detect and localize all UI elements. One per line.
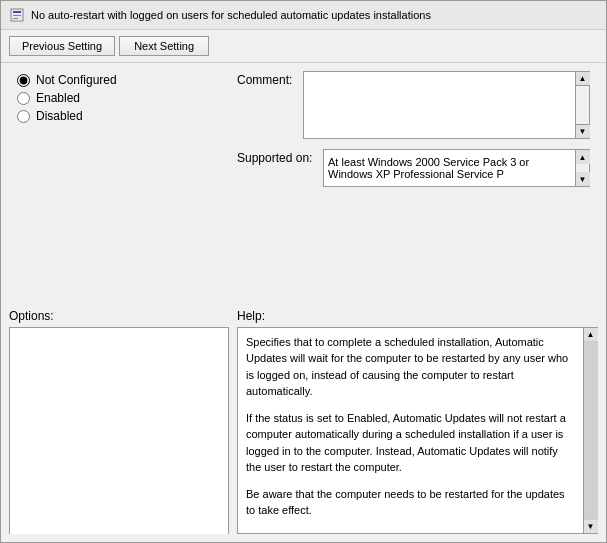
comment-scroll-down[interactable]: ▼ — [576, 124, 590, 138]
help-scrollbar: ▲ ▼ — [584, 327, 598, 535]
left-panel: Not Configured Enabled Disabled — [17, 71, 237, 297]
title-bar: No auto-restart with logged on users for… — [1, 1, 606, 30]
toolbar: Previous Setting Next Setting — [1, 30, 606, 63]
comment-input[interactable] — [303, 71, 576, 139]
radio-enabled[interactable]: Enabled — [17, 91, 237, 105]
bottom-area: Options: Help: Specifies that to complet… — [9, 309, 598, 535]
radio-input-enabled[interactable] — [17, 92, 30, 105]
supported-scroll-down[interactable]: ▼ — [576, 172, 590, 186]
help-text: Specifies that to complete a scheduled i… — [237, 327, 584, 535]
comment-scroll-up[interactable]: ▲ — [576, 72, 590, 86]
radio-label-disabled: Disabled — [36, 109, 83, 123]
radio-disabled[interactable]: Disabled — [17, 109, 237, 123]
main-window: No auto-restart with logged on users for… — [0, 0, 607, 543]
svg-rect-3 — [13, 18, 18, 19]
radio-label-not-configured: Not Configured — [36, 73, 117, 87]
radio-label-enabled: Enabled — [36, 91, 80, 105]
supported-scroll-up[interactable]: ▲ — [576, 150, 590, 164]
radio-group: Not Configured Enabled Disabled — [17, 73, 237, 123]
help-scroll-up[interactable]: ▲ — [584, 328, 598, 342]
main-content: Not Configured Enabled Disabled Comm — [1, 63, 606, 542]
options-box — [9, 327, 229, 535]
next-setting-button[interactable]: Next Setting — [119, 36, 209, 56]
help-section: Help: Specifies that to complete a sched… — [237, 309, 598, 535]
comment-section: Comment: ▲ ▼ — [237, 71, 590, 139]
help-box-wrapper: Specifies that to complete a scheduled i… — [237, 327, 598, 535]
options-section: Options: — [9, 309, 229, 535]
comment-label: Comment: — [237, 71, 297, 87]
previous-setting-button[interactable]: Previous Setting — [9, 36, 115, 56]
supported-box-wrapper: At least Windows 2000 Service Pack 3 or … — [323, 149, 590, 187]
svg-rect-1 — [13, 11, 21, 13]
help-label: Help: — [237, 309, 598, 323]
supported-value: At least Windows 2000 Service Pack 3 or … — [323, 149, 576, 187]
window-title: No auto-restart with logged on users for… — [31, 9, 598, 21]
settings-icon — [9, 7, 25, 23]
options-label: Options: — [9, 309, 229, 323]
radio-input-disabled[interactable] — [17, 110, 30, 123]
comment-scrollbar: ▲ ▼ — [576, 71, 590, 139]
supported-scrollbar: ▲ ▼ — [576, 149, 590, 187]
help-scrollbar-track — [584, 342, 598, 520]
content-area: Not Configured Enabled Disabled Comm — [9, 63, 598, 305]
help-scroll-down[interactable]: ▼ — [584, 519, 598, 533]
radio-input-not-configured[interactable] — [17, 74, 30, 87]
supported-label: Supported on: — [237, 149, 317, 165]
radio-not-configured[interactable]: Not Configured — [17, 73, 237, 87]
supported-section: Supported on: At least Windows 2000 Serv… — [237, 149, 590, 187]
right-panel: Comment: ▲ ▼ Supported on: At least — [237, 71, 590, 297]
svg-rect-2 — [13, 15, 21, 16]
comment-wrapper: ▲ ▼ — [303, 71, 590, 139]
